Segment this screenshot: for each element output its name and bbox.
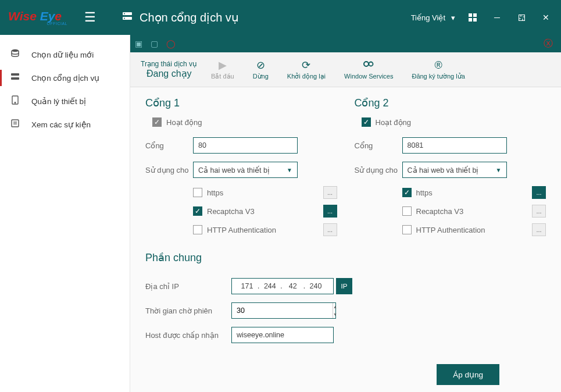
calendar-icon[interactable]: ▢ — [151, 39, 158, 48]
port2-use-label: Sử dụng cho — [355, 166, 402, 174]
svg-point-18 — [369, 62, 373, 66]
svg-rect-8 — [519, 15, 524, 20]
option-label: Recaptcha V3 — [416, 207, 464, 216]
option-label: HTTP Authentication — [207, 226, 276, 234]
select-value: Cả hai web và thiết bị — [198, 166, 270, 174]
svg-point-13 — [15, 102, 15, 103]
help-icon[interactable]: ◯ — [166, 39, 176, 48]
port1-active-checkbox[interactable]: ✓ — [152, 117, 162, 127]
svg-rect-6 — [469, 18, 472, 22]
port1-httpauth-config-button[interactable]: ... — [323, 223, 337, 236]
windows-icon[interactable] — [461, 6, 484, 29]
port1-https-config-button[interactable]: ... — [323, 186, 337, 199]
port2-https-checkbox[interactable]: ✓ — [402, 188, 412, 197]
ip-seg[interactable]: 171 — [237, 282, 258, 290]
svg-rect-7 — [473, 18, 477, 22]
option-label: https — [207, 188, 223, 197]
port2-port-input[interactable] — [402, 137, 507, 154]
tab-close-icon[interactable]: ⓧ — [544, 38, 553, 50]
session-timeout-spinner[interactable]: ▲ ▼ — [231, 302, 336, 319]
firewall-register-button[interactable]: ® Đăng ký tường lửa — [402, 57, 474, 83]
tab-icon-bar: ▣ ▢ ◯ ⓧ — [130, 35, 561, 52]
svg-point-2 — [124, 13, 125, 14]
port2-httpauth-config-button[interactable]: ... — [532, 223, 546, 236]
port1-httpauth-checkbox[interactable] — [193, 225, 202, 234]
ip-detect-button[interactable]: IP — [336, 278, 352, 294]
port2-title: Cổng 2 — [355, 97, 546, 109]
logo: Wise Eye OFFICIAL — [0, 5, 76, 30]
chevron-down-icon: ▼ — [496, 167, 502, 173]
port2-active-checkbox[interactable]: ✓ — [362, 117, 371, 127]
sidebar-item-data[interactable]: Chọn dữ liệu mới — [0, 43, 130, 66]
host-label: Host được chấp nhận — [145, 331, 231, 340]
port1-use-select[interactable]: Cả hai web và thiết bị ▼ — [193, 162, 298, 178]
refresh-icon: ⟳ — [302, 59, 310, 72]
port1-port-input[interactable] — [193, 137, 298, 154]
ip-seg[interactable]: 42 — [283, 282, 303, 290]
hamburger-menu-button[interactable]: ☰ — [76, 10, 105, 25]
sidebar-item-label: Chọn dữ liệu mới — [31, 50, 94, 59]
list-icon — [9, 119, 21, 130]
button-label: Window Services — [344, 73, 393, 80]
sidebar-item-label: Quản lý thiết bị — [31, 97, 86, 106]
port1-active-label: Hoạt động — [166, 118, 202, 127]
tablet-icon — [9, 95, 21, 107]
chevron-down-icon: ▼ — [287, 167, 292, 173]
status-label: Trạng thái dịch vụ — [141, 60, 197, 68]
port1-recaptcha-checkbox[interactable]: ✓ — [193, 206, 202, 216]
service-status: Trạng thái dịch vụ Đang chạy — [136, 60, 202, 79]
svg-rect-5 — [473, 13, 477, 17]
svg-rect-4 — [469, 13, 472, 17]
maximize-button[interactable] — [510, 6, 533, 29]
minimize-button[interactable]: ─ — [485, 6, 509, 29]
page-title: Chọn cổng dịch vụ — [140, 10, 239, 24]
port1-recaptcha-config-button[interactable]: ... — [323, 205, 337, 218]
stop-button[interactable]: ⊘ Dừng — [244, 56, 278, 83]
button-label: Bắt đầu — [211, 73, 234, 80]
apply-button[interactable]: Áp dụng — [437, 364, 499, 385]
sidebar: Chọn dữ liệu mới Chọn cổng dịch vụ Quản … — [0, 35, 130, 392]
button-label: Đăng ký tường lửa — [412, 73, 464, 80]
toolbar: Trạng thái dịch vụ Đang chạy ▶ Bắt đầu ⊘… — [130, 52, 561, 87]
stop-icon: ⊘ — [256, 59, 265, 72]
sidebar-item-service-port[interactable]: Chọn cổng dịch vụ — [0, 66, 130, 90]
logo-ey: Ey — [40, 9, 55, 23]
svg-rect-11 — [11, 77, 19, 80]
play-icon: ▶ — [219, 59, 227, 72]
option-label: https — [416, 188, 433, 197]
port2-recaptcha-config-button[interactable]: ... — [532, 205, 546, 218]
ip-seg[interactable]: 244 — [259, 282, 280, 290]
port2-https-config-button[interactable]: ... — [532, 186, 546, 199]
restart-button[interactable]: ⟳ Khởi động lại — [278, 56, 335, 83]
close-button[interactable]: ✕ — [534, 6, 558, 29]
session-label: Thời gian chờ phiên — [145, 307, 231, 315]
ip-address-input[interactable]: 171. 244. 42. 240 — [231, 278, 334, 294]
option-label: Recaptcha V3 — [207, 207, 255, 216]
port1-https-checkbox[interactable] — [193, 188, 202, 197]
registered-icon: ® — [434, 59, 442, 72]
select-value: Cả hai web và thiết bị — [408, 166, 479, 174]
port2-use-select[interactable]: Cả hai web và thiết bị ▼ — [402, 162, 507, 178]
spinner-up-icon[interactable]: ▲ — [333, 303, 337, 311]
sidebar-item-label: Xem các sự kiện — [31, 120, 91, 129]
ip-seg[interactable]: 240 — [305, 282, 326, 290]
database-icon — [9, 49, 21, 60]
port2-recaptcha-checkbox[interactable] — [402, 206, 412, 216]
start-button[interactable]: ▶ Bắt đầu — [202, 56, 244, 83]
windows-services-button[interactable]: Window Services — [335, 57, 402, 83]
svg-point-9 — [12, 49, 19, 52]
status-value: Đang chạy — [141, 68, 197, 79]
host-input[interactable] — [231, 327, 334, 343]
sidebar-item-devices[interactable]: Quản lý thiết bị — [0, 90, 130, 113]
logo-e: e — [55, 9, 62, 23]
port1-use-label: Sử dụng cho — [145, 166, 193, 174]
logo-wise: Wise — [8, 9, 40, 23]
server-icon — [122, 11, 133, 24]
language-selector[interactable]: Tiếng Việt ▾ — [411, 13, 455, 22]
common-title: Phần chung — [145, 251, 546, 264]
session-value-input[interactable] — [232, 303, 333, 318]
view-icon[interactable]: ▣ — [135, 39, 142, 48]
port2-httpauth-checkbox[interactable] — [402, 225, 412, 234]
sidebar-item-events[interactable]: Xem các sự kiện — [0, 113, 130, 136]
spinner-down-icon[interactable]: ▼ — [333, 311, 337, 318]
